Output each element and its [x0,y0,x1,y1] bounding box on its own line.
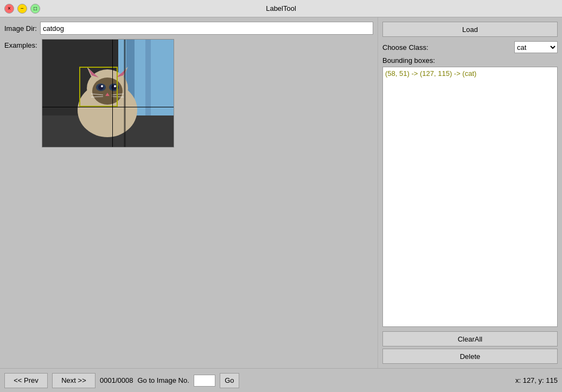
svg-point-16 [101,85,103,87]
svg-point-14 [98,85,104,90]
bottom-bar: << Prev Next >> 0001/0008 Go to Image No… [0,368,562,392]
svg-point-17 [114,85,116,87]
close-button[interactable]: × [4,4,14,14]
image-canvas[interactable] [42,39,174,147]
svg-point-7 [92,78,123,105]
image-counter: 0001/0008 [100,376,133,384]
right-panel: Load Choose Class: cat dog Bounding boxe… [378,17,562,368]
delete-button[interactable]: Delete [382,349,558,364]
clearall-button[interactable]: ClearAll [382,331,558,346]
go-button[interactable]: Go [220,373,239,388]
title-bar: × − □ LabelTool [0,0,562,17]
window-controls[interactable]: × − □ [4,4,40,14]
cat-image [42,40,174,147]
app-title: LabelTool [266,4,296,12]
maximize-button[interactable]: □ [30,4,40,14]
goto-input[interactable] [194,375,215,387]
class-select[interactable]: cat dog [514,41,558,53]
main-content: Image Dir: Examples: [0,17,562,368]
image-dir-label: Image Dir: [4,24,37,33]
right-bottom: ClearAll Delete [382,331,558,364]
image-dir-input[interactable] [40,22,373,35]
left-panel: Image Dir: Examples: [0,17,378,368]
load-button[interactable]: Load [382,22,558,37]
next-button[interactable]: Next >> [52,373,95,388]
examples-row: Examples: [4,39,373,147]
svg-point-15 [111,85,117,90]
minimize-button[interactable]: − [17,4,27,14]
bounding-boxes-label: Bounding boxes: [382,56,558,65]
coords-display: x: 127, y: 115 [515,376,558,384]
choose-class-label: Choose Class: [382,43,514,52]
goto-label: Go to Image No. [137,376,189,384]
image-dir-row: Image Dir: [4,22,373,35]
examples-label: Examples: [4,41,37,49]
bbox-item[interactable]: (58, 51) -> (127, 115) -> (cat) [385,69,555,78]
bounding-boxes-list[interactable]: (58, 51) -> (127, 115) -> (cat) [382,67,558,327]
prev-button[interactable]: << Prev [4,373,48,388]
choose-class-row: Choose Class: cat dog [382,41,558,53]
